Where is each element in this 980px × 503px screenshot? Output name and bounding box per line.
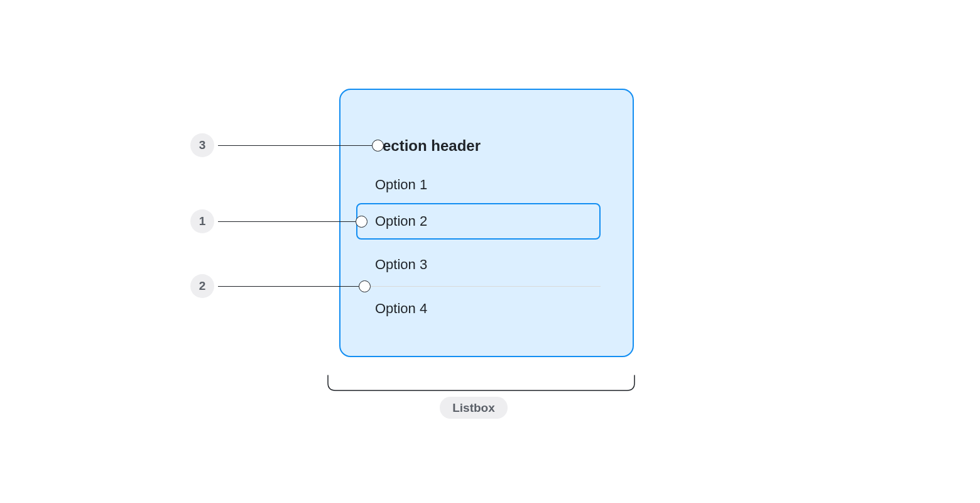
listbox-option[interactable]: Option 1 xyxy=(375,175,427,195)
callout-marker xyxy=(356,216,368,228)
component-bracket xyxy=(327,375,635,391)
callout-badge-2: 2 xyxy=(190,274,214,298)
callout-connector xyxy=(218,145,373,146)
listbox-option[interactable]: Option 3 xyxy=(375,255,427,275)
callout-connector xyxy=(218,221,356,222)
listbox-option[interactable]: Option 2 xyxy=(375,211,427,231)
callout-badge-3: 3 xyxy=(190,133,214,157)
listbox-section-header: Section header xyxy=(373,137,481,155)
listbox-option[interactable]: Option 4 xyxy=(375,299,427,319)
callout-marker xyxy=(359,280,371,292)
callout-connector xyxy=(218,286,359,287)
callout-marker xyxy=(372,140,384,152)
anatomy-diagram: Section header Option 1 Option 2 Option … xyxy=(0,0,980,503)
component-label: Listbox xyxy=(440,397,508,419)
callout-badge-1: 1 xyxy=(190,209,214,233)
listbox-divider xyxy=(359,286,601,287)
